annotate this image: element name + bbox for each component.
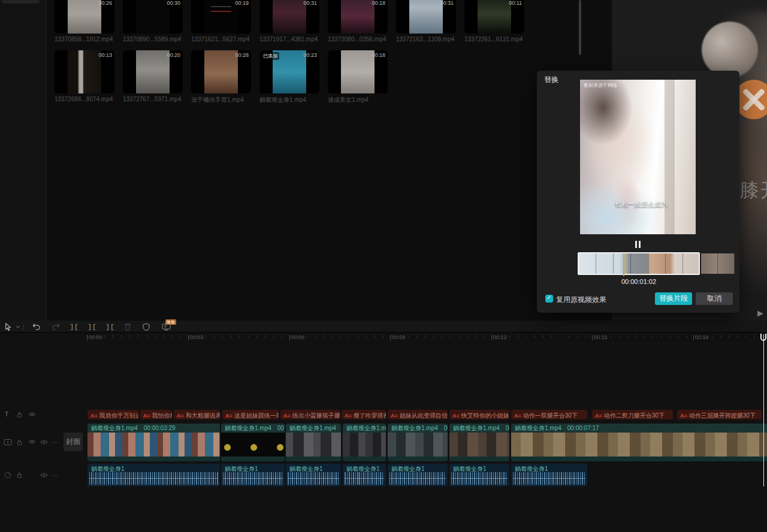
audio-clip[interactable]: 躺着瘦全身1: [286, 464, 341, 486]
media-item[interactable]: 00:18 速成美女1.mp4: [328, 50, 388, 104]
audio-waveform: [345, 472, 384, 485]
media-item[interactable]: 00:18 13372080...0356.mp4: [328, 0, 388, 43]
media-item[interactable]: 00:28 张于曦练手臂1.mp4: [191, 50, 251, 104]
text-clip[interactable]: A≡我怕你瘦成腿: [140, 410, 172, 419]
duration-badge: 00:11: [509, 0, 522, 6]
dialog-title: 替换: [544, 75, 558, 85]
filmstrip-playhead[interactable]: [623, 253, 624, 276]
video-clip[interactable]: 躺着瘦全身1.mp400:00: [286, 424, 341, 461]
reuse-effects-checkbox[interactable]: ✓: [545, 295, 553, 303]
video-clip[interactable]: 躺着瘦全身1.mp400:00:: [388, 424, 448, 461]
audio-track-icon: [4, 471, 11, 479]
more-options-icon[interactable]: ⋯: [52, 439, 59, 446]
media-item[interactable]: 00:26 13370858...1912.mp4: [55, 0, 114, 43]
clip-filmstrip: [511, 433, 767, 457]
speaker-icon[interactable]: [40, 439, 48, 446]
lock-icon[interactable]: [16, 411, 23, 418]
replace-clip-button[interactable]: 替换片段: [655, 292, 692, 305]
delete-button[interactable]: [123, 322, 132, 331]
video-thumbnail: 00:28: [191, 50, 251, 93]
trim-filmstrip[interactable]: [578, 252, 735, 275]
audio-clip[interactable]: 躺着瘦全身1: [449, 464, 509, 486]
video-clip[interactable]: 躺着瘦全身1.mp400:00:03:29: [87, 424, 220, 461]
text-clip[interactable]: A≡动作三屈膝开胯蹬腿30下: [677, 410, 762, 419]
video-clip[interactable]: 躺着瘦全身1.mp4: [343, 424, 386, 461]
split-right-button[interactable]: ][: [105, 322, 116, 331]
lock-icon[interactable]: [16, 471, 23, 479]
clip-filmstrip: [87, 433, 220, 457]
media-item[interactable]: 00:30 13370890...5589.mp4: [123, 0, 183, 43]
media-item[interactable]: 00:19 13371621...5627.mp4: [191, 0, 251, 43]
eye-icon[interactable]: [28, 411, 36, 418]
text-clip[interactable]: A≡动作一双腿开合30下: [511, 410, 587, 419]
undo-button[interactable]: [31, 322, 41, 331]
split-button[interactable]: ][: [69, 322, 80, 331]
video-editor-app: 00:26 13370858...1912.mp4 00:30 13370890…: [0, 0, 767, 532]
text-clip[interactable]: A≡快艾特你的小姐妹一起练: [449, 410, 509, 419]
media-item[interactable]: 00:11 13372261...6131.mp4: [464, 0, 524, 43]
text-clip-icon: A≡: [345, 411, 352, 419]
limited-free-badge: 限免: [165, 319, 176, 325]
video-clip[interactable]: 躺着瘦全身1.mp400:00:: [221, 424, 285, 461]
text-clip[interactable]: A≡这是姐妹跟练一周的效果: [222, 410, 279, 419]
cancel-button[interactable]: 取消: [696, 292, 733, 305]
media-item[interactable]: 00:20 13372767...5971.mp4: [123, 50, 183, 104]
text-clip[interactable]: A≡和大粗腿说再见: [174, 410, 220, 419]
media-item[interactable]: 已添加 00:23 躺着瘦全身1.mp4: [259, 50, 319, 104]
media-item[interactable]: 00:31 13371917...4381.mp4: [259, 0, 319, 43]
redo-icon: [52, 323, 61, 331]
audio-clip[interactable]: 躺着瘦全身1: [343, 464, 386, 486]
audio-clip[interactable]: 躺着瘦全身1: [221, 464, 285, 486]
text-clip-icon: A≡: [90, 411, 98, 419]
video-thumbnail: 00:18: [328, 50, 388, 93]
filmstrip-selected-range[interactable]: [578, 252, 700, 275]
more-options-icon[interactable]: ⋯: [52, 471, 59, 479]
duration-badge: 00:18: [372, 52, 385, 58]
lock-icon[interactable]: [16, 439, 23, 446]
video-clip[interactable]: 躺着瘦全身1.mp400:00:0: [449, 424, 509, 461]
audio-clip[interactable]: 躺着瘦全身1: [87, 464, 220, 486]
media-scrollbar[interactable]: [579, 0, 581, 55]
clip-filmstrip: [449, 433, 509, 457]
preview-overlay-text: 膝开: [740, 177, 767, 204]
text-clip[interactable]: A≡姐妹从此变得自信又美: [388, 410, 448, 419]
text-clip[interactable]: A≡动作二剪刀腿开合30下: [592, 410, 673, 419]
play-icon[interactable]: ▶: [757, 309, 763, 318]
redo-button[interactable]: [51, 322, 61, 331]
pause-button[interactable]: [634, 240, 642, 249]
ruler-label: 00:15: [594, 334, 608, 340]
text-clip-icon: A≡: [595, 411, 602, 419]
speaker-icon[interactable]: [40, 471, 48, 479]
media-item[interactable]: 00:31 13372163...1208.mp4: [396, 0, 456, 43]
media-item[interactable]: 00:13 13372686...8074.mp4: [55, 50, 114, 104]
timeline-area: 00:00 00:03 00:06 00:09 00:12 00:15 00:1…: [0, 333, 767, 532]
mask-button[interactable]: [142, 322, 150, 331]
media-filename: 13370890...5589.mp4: [123, 36, 183, 43]
cover-button[interactable]: 封面: [64, 433, 83, 451]
text-clip-icon: A≡: [514, 411, 521, 419]
media-filename: 13372163...1208.mp4: [396, 36, 456, 43]
media-filename: 13371917...4381.mp4: [259, 36, 319, 43]
media-filename: 13372686...8074.mp4: [55, 96, 114, 102]
text-clip-icon: A≡: [452, 411, 460, 419]
video-thumbnail: 已添加 00:23: [259, 50, 319, 93]
replace-preview-video[interactable]: 素材来源于网络 长相一般怎么成为: [580, 80, 696, 234]
text-clip[interactable]: A≡我劝你千万别这样: [87, 410, 138, 419]
audio-clip[interactable]: 躺着瘦全身1: [511, 464, 587, 486]
eye-icon[interactable]: [28, 439, 36, 445]
video-thumbnail: 00:26: [55, 0, 114, 34]
select-tool-dropdown[interactable]: [15, 322, 21, 331]
split-left-button[interactable]: ][: [87, 322, 98, 331]
audio-clip[interactable]: 躺着瘦全身1: [388, 464, 448, 486]
media-row: 00:26 13370858...1912.mp4 00:30 13370890…: [55, 0, 524, 43]
text-clip[interactable]: A≡练出小蛮腰筷子腿: [280, 410, 340, 419]
timeline-playhead-handle[interactable]: [760, 334, 766, 341]
select-tool-button[interactable]: [3, 322, 13, 331]
text-clip[interactable]: A≡瘦了咋穿搭都好看: [342, 410, 386, 419]
clip-filmstrip: [343, 433, 386, 457]
sidebar-active-item[interactable]: [2, 0, 40, 4]
video-clip[interactable]: 躺着瘦全身1.mp400:00:07:17: [511, 424, 767, 461]
clip-filmstrip: [221, 433, 285, 457]
time-ruler[interactable]: 00:00 00:03 00:06 00:09 00:12 00:15 00:1…: [0, 333, 767, 344]
video-subtitle: 长相一般怎么成为: [615, 200, 668, 209]
